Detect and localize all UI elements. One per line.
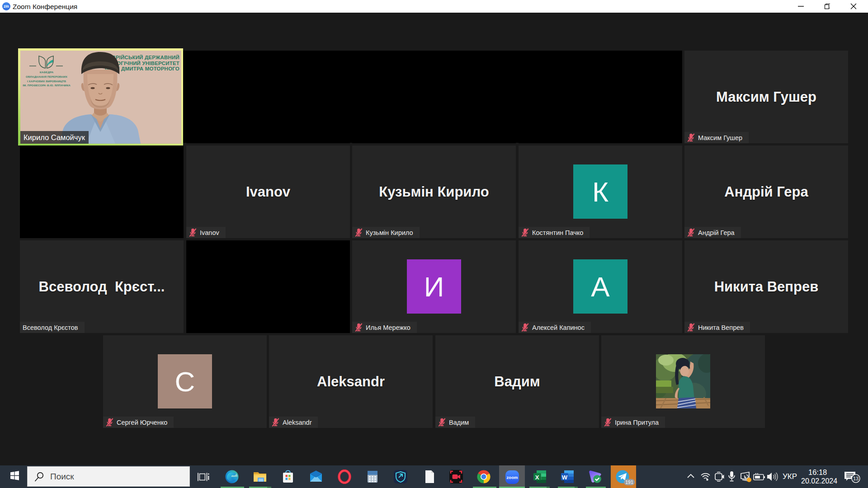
svg-text:W: W	[562, 474, 568, 481]
svg-text:X: X	[535, 474, 539, 481]
svg-text:13: 13	[853, 476, 859, 481]
svg-text:zoom: zoom	[507, 475, 518, 480]
